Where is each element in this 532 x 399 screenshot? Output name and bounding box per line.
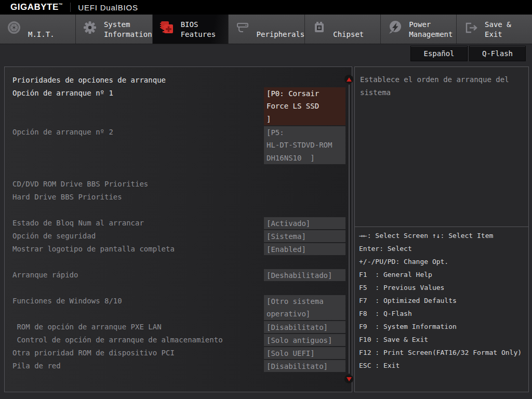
- setting-row-boot-option-2[interactable]: Opción de arranque nº 2[P5:HL-DT-STDVD-R…: [5, 126, 352, 165]
- setting-label: Mostrar logotipo de pantalla completa: [12, 243, 264, 256]
- help-key-line: F12 : Print Screen(FAT16/32 Format Only): [359, 346, 524, 359]
- setting-row-fast-boot[interactable]: Arranque rápido[Deshabilitado]: [5, 269, 352, 282]
- scroll-up-indicator[interactable]: [344, 75, 353, 84]
- help-key-line: F1 : General Help: [359, 268, 524, 281]
- help-panel: Establece el orden de arranque del siste…: [354, 66, 529, 392]
- tab-label: Peripherals: [257, 30, 305, 40]
- setting-row-other-pci-rom-priority[interactable]: Otra prioridad ROM de dispositivo PCI[So…: [5, 347, 352, 360]
- setting-label: Otra prioridad ROM de dispositivo PCI: [12, 347, 264, 360]
- help-key-line: →←: Select Screen ↑↓: Select Item: [359, 229, 524, 242]
- setting-value-line: [Disabilitato]: [264, 360, 345, 372]
- setting-row-pxe-lan-boot-rom[interactable]: ROM de opción de arranque PXE LAN[Disabi…: [5, 321, 352, 334]
- help-key-line: F5 : Previous Values: [359, 281, 524, 294]
- setting-value[interactable]: [P5:HL-DT-STDVD-ROMDH16NS10 ]: [264, 126, 345, 164]
- tab-mit[interactable]: M.I.T.: [0, 15, 76, 44]
- setting-value-line: [Otro sistema: [264, 295, 345, 308]
- setting-value-line: ]: [264, 113, 345, 125]
- mit-icon: [6, 20, 22, 35]
- tab-chipset[interactable]: Chipset: [305, 15, 381, 44]
- setting-value[interactable]: [Disabilitato]: [264, 321, 345, 333]
- help-key-line: +/-/PU/PD: Change Opt.: [359, 255, 524, 268]
- setting-label: CD/DVD ROM Drive BBS Priorities: [12, 178, 345, 191]
- setting-value-line: [Sistema]: [264, 230, 345, 242]
- app-title: UEFI DualBIOS: [78, 3, 138, 12]
- setting-label: Prioridades de opciones de arranque: [12, 74, 345, 87]
- tab-label: Chipset: [333, 30, 364, 40]
- settings-panel: Prioridades de opciones de arranqueOpció…: [4, 66, 352, 392]
- tab-power-management[interactable]: Power Management: [381, 15, 457, 44]
- setting-value[interactable]: [Deshabilitado]: [264, 269, 345, 281]
- setting-value[interactable]: [Otro sistemaoperativo]: [264, 295, 345, 320]
- setting-value-line: [Enabled]: [264, 243, 345, 255]
- setting-row-fullscreen-logo[interactable]: Mostrar logotipo de pantalla completa[En…: [5, 243, 352, 256]
- setting-value-line: DH16NS10 ]: [264, 152, 345, 164]
- setting-value-line: HL-DT-STDVD-ROM: [264, 139, 345, 151]
- setting-value[interactable]: [Disabilitato]: [264, 360, 345, 372]
- scrollbar-track[interactable]: [349, 85, 350, 374]
- tab-system-information[interactable]: System Information: [76, 15, 153, 44]
- save-exit-icon: [463, 20, 478, 35]
- setting-row-storage-boot-option-control[interactable]: Control de opción de arranque de almacen…: [5, 334, 352, 347]
- setting-value-line: [Deshabilitado]: [264, 269, 345, 281]
- gigabyte-logo: GIGABYTE™: [0, 2, 63, 12]
- setting-value[interactable]: [Sistema]: [264, 230, 345, 242]
- row-spacer: [5, 282, 352, 295]
- help-key-line: F10 : Save & Exit: [359, 333, 524, 346]
- setting-row-security-option[interactable]: Opción de seguridad[Sistema]: [5, 230, 352, 243]
- setting-label: Opción de seguridad: [12, 230, 264, 243]
- row-spacer: [5, 256, 352, 269]
- help-key-line: ESC : Exit: [359, 359, 524, 372]
- scroll-down-indicator[interactable]: [344, 375, 353, 383]
- setting-row-boot-option-1[interactable]: Opción de arranque nº 1[P0: CorsairForce…: [5, 87, 352, 126]
- setting-label: Pila de red: [12, 360, 264, 373]
- language-button[interactable]: Español: [410, 46, 468, 61]
- help-key-line: Enter: Select: [359, 242, 524, 255]
- tab-label: Power Management: [409, 20, 453, 40]
- tab-label: System Information: [104, 20, 152, 40]
- setting-row-numlock-state[interactable]: Estado de Bloq Num al arrancar[Activado]: [5, 217, 352, 230]
- red-triangle-down-icon: [347, 377, 352, 381]
- help-key-line: F9 : System Information: [359, 320, 524, 333]
- setting-value-line: operativo]: [264, 308, 345, 320]
- setting-label: Hard Drive BBS Priorities: [12, 191, 345, 204]
- help-description: Establece el orden de arranque del siste…: [355, 67, 528, 99]
- setting-value-line: [P0: Corsair: [264, 87, 345, 100]
- help-divider: [355, 227, 528, 227]
- setting-label: Opción de arranque nº 2: [12, 126, 264, 139]
- setting-row-hard-drive-bbs-priorities[interactable]: Hard Drive BBS Priorities: [5, 191, 352, 204]
- tab-label: BIOS Features: [181, 20, 216, 40]
- setting-row-cddvd-bbs-priorities[interactable]: CD/DVD ROM Drive BBS Priorities: [5, 178, 352, 191]
- setting-value-line: [P5:: [264, 126, 345, 139]
- setting-label: Arranque rápido: [12, 269, 264, 282]
- setting-value[interactable]: [Solo antiguos]: [264, 334, 345, 346]
- tab-label: M.I.T.: [28, 30, 55, 40]
- setting-label: Opción de arranque nº 1: [12, 87, 264, 100]
- setting-value[interactable]: [Solo UEFI]: [264, 347, 345, 359]
- power-management-icon: [387, 20, 403, 35]
- tab-save-exit[interactable]: Save & Exit: [457, 15, 532, 44]
- chipset-icon: [311, 20, 327, 35]
- peripherals-icon: [235, 20, 250, 35]
- setting-value[interactable]: [P0: CorsairForce LS SSD]: [264, 87, 345, 125]
- help-key-line: F7 : Optimized Defaults: [359, 294, 524, 307]
- qflash-button[interactable]: Q-Flash: [469, 46, 526, 61]
- titlebar-divider: [70, 3, 71, 12]
- tab-bios-features[interactable]: BIOS Features: [153, 15, 229, 44]
- key-legend: →←: Select Screen ↑↓: Select ItemEnter: …: [355, 229, 528, 372]
- setting-value-line: Force LS SSD: [264, 100, 345, 112]
- setting-label: Funciones de Windows 8/10: [12, 295, 264, 308]
- help-key-line: F8 : Q-Flash: [359, 307, 524, 320]
- row-spacer: [5, 204, 352, 217]
- setting-row-network-stack[interactable]: Pila de red[Disabilitato]: [5, 360, 352, 373]
- setting-label: Estado de Bloq Num al arrancar: [12, 217, 264, 230]
- setting-row-boot-priorities-header: Prioridades de opciones de arranque: [5, 74, 352, 87]
- tab-bar: M.I.T.System InformationBIOS FeaturesPer…: [0, 15, 532, 44]
- setting-row-windows-8-10-features[interactable]: Funciones de Windows 8/10[Otro sistemaop…: [5, 295, 352, 321]
- system-information-icon: [82, 20, 98, 35]
- setting-value[interactable]: [Activado]: [264, 217, 345, 229]
- setting-label: Control de opción de arranque de almacen…: [12, 334, 264, 347]
- tab-peripherals[interactable]: Peripherals: [229, 15, 305, 44]
- title-bar: GIGABYTE™ UEFI DualBIOS: [0, 0, 532, 15]
- row-spacer: [5, 165, 352, 178]
- setting-value[interactable]: [Enabled]: [264, 243, 345, 255]
